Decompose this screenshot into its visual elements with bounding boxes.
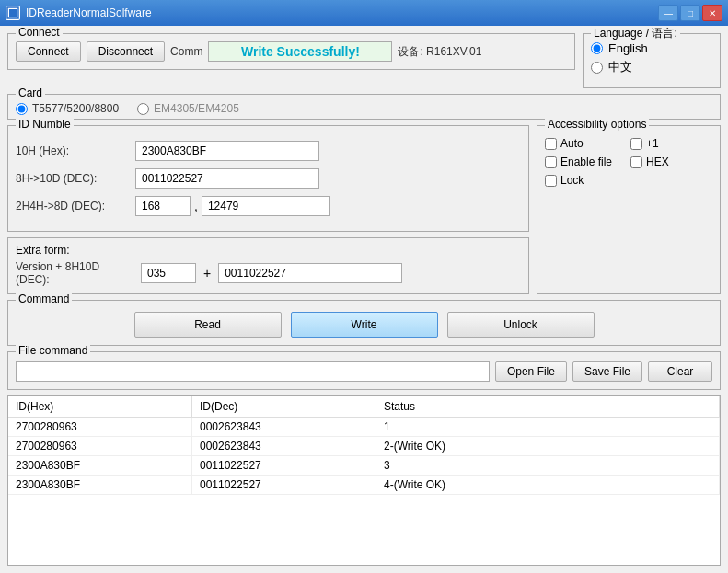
cell-status: 3 bbox=[376, 456, 720, 475]
split-field-row: 2H4H->8D (DEC): , bbox=[16, 196, 521, 216]
table-row: 2700280963 0002623843 2-(Write OK) bbox=[8, 437, 720, 456]
cell-hex: 2300A830BF bbox=[8, 476, 192, 494]
window-title: IDReaderNormalSolfware bbox=[26, 6, 658, 19]
disconnect-button[interactable]: Disconnect bbox=[87, 41, 165, 62]
lock-label: Lock bbox=[560, 174, 584, 187]
auto-item: Auto bbox=[545, 137, 627, 150]
device-label: 设备: R161XV.01 bbox=[398, 44, 481, 60]
comm-label: Comm bbox=[170, 45, 202, 58]
header-status: Status bbox=[376, 396, 720, 417]
command-label: Command bbox=[16, 292, 72, 305]
plus1-item: +1 bbox=[630, 137, 712, 150]
plus1-label: +1 bbox=[646, 137, 659, 150]
file-command-label: File command bbox=[16, 344, 90, 357]
file-path-input[interactable] bbox=[16, 361, 490, 382]
command-row: Read Write Unlock bbox=[16, 308, 712, 338]
enable-file-item: Enable file bbox=[545, 155, 627, 168]
header-hex: ID(Hex) bbox=[8, 396, 192, 417]
write-button[interactable]: Write bbox=[291, 312, 438, 338]
clear-button[interactable]: Clear bbox=[648, 361, 712, 382]
card-t5577-label: T5577/5200/8800 bbox=[32, 102, 119, 115]
app-icon bbox=[6, 6, 20, 20]
svg-rect-1 bbox=[9, 9, 17, 17]
split-label: 2H4H->8D (DEC): bbox=[16, 200, 135, 212]
card-em4305-radio[interactable] bbox=[137, 103, 149, 115]
chinese-radio[interactable] bbox=[591, 62, 603, 74]
auto-checkbox[interactable] bbox=[545, 138, 557, 150]
cell-dec: 0002623843 bbox=[192, 437, 376, 455]
connect-row: Connect Disconnect Comm Write Successful… bbox=[16, 38, 567, 62]
extra-value-input[interactable] bbox=[218, 263, 402, 283]
hex-field-row: 10H (Hex): bbox=[16, 141, 521, 161]
data-table: ID(Hex) ID(Dec) Status 2700280963 000262… bbox=[7, 395, 721, 566]
lock-checkbox[interactable] bbox=[545, 175, 557, 187]
comma-separator: , bbox=[194, 199, 198, 213]
minimize-button[interactable]: — bbox=[658, 5, 678, 21]
cell-hex: 2700280963 bbox=[8, 437, 192, 455]
title-bar: IDReaderNormalSolfware — □ ✕ bbox=[0, 0, 728, 26]
card-group-label: Card bbox=[16, 86, 45, 99]
split-input1[interactable] bbox=[135, 196, 191, 216]
english-label: English bbox=[608, 41, 648, 55]
left-sections: ID Numble 10H (Hex): 8H->10D (DEC): 2H4H… bbox=[7, 125, 529, 294]
read-button[interactable]: Read bbox=[134, 312, 282, 338]
save-file-button[interactable]: Save File bbox=[572, 361, 642, 382]
card-group: Card T5577/5200/8800 EM4305/EM4205 bbox=[7, 94, 721, 120]
file-command-row: Open File Save File Clear bbox=[16, 358, 712, 382]
cell-dec: 0011022527 bbox=[192, 476, 376, 494]
chinese-label: 中文 bbox=[608, 59, 632, 75]
card-row: T5577/5200/8800 EM4305/EM4205 bbox=[16, 98, 712, 115]
plus-sign: + bbox=[203, 266, 211, 281]
comm-value: Write Successfully! bbox=[208, 41, 392, 62]
close-button[interactable]: ✕ bbox=[702, 5, 722, 21]
connect-button[interactable]: Connect bbox=[16, 41, 81, 62]
hex-checkbox[interactable] bbox=[630, 156, 642, 168]
version-input[interactable] bbox=[141, 263, 196, 283]
dec-input[interactable] bbox=[135, 168, 319, 189]
table-row: 2300A830BF 0011022527 4-(Write OK) bbox=[8, 476, 720, 495]
version-label: Version + 8H10D (DEC): bbox=[16, 260, 135, 286]
chinese-radio-row: 中文 bbox=[591, 59, 712, 75]
cell-dec: 0011022527 bbox=[192, 456, 376, 475]
extra-form-label: Extra form: bbox=[16, 244, 521, 257]
header-dec: ID(Dec) bbox=[192, 396, 376, 417]
hex-label: HEX bbox=[646, 155, 669, 168]
cell-status: 2-(Write OK) bbox=[376, 437, 720, 455]
cell-status: 4-(Write OK) bbox=[376, 476, 720, 494]
acc-grid: Auto +1 Enable file HEX Lock bbox=[545, 137, 712, 187]
id-numble-label: ID Numble bbox=[16, 118, 74, 131]
hex-label: 10H (Hex): bbox=[16, 144, 135, 157]
connect-group: Connect Connect Disconnect Comm Write Su… bbox=[7, 33, 575, 70]
dec-label: 8H->10D (DEC): bbox=[16, 172, 135, 185]
connect-group-label: Connect bbox=[16, 26, 63, 39]
window-controls: — □ ✕ bbox=[658, 5, 722, 21]
hex-input[interactable] bbox=[135, 141, 319, 161]
card-option1-row: T5577/5200/8800 bbox=[16, 102, 119, 115]
language-group: Language / 语言: English 中文 bbox=[583, 33, 721, 88]
sections-row: ID Numble 10H (Hex): 8H->10D (DEC): 2H4H… bbox=[7, 125, 721, 294]
cell-dec: 0002623843 bbox=[192, 418, 376, 436]
table-row: 2700280963 0002623843 1 bbox=[8, 418, 720, 437]
table-row: 2300A830BF 0011022527 3 bbox=[8, 456, 720, 476]
extra-row: Version + 8H10D (DEC): + bbox=[16, 260, 521, 286]
english-radio[interactable] bbox=[591, 42, 603, 54]
hex-item: HEX bbox=[630, 155, 712, 168]
split-input2[interactable] bbox=[202, 196, 330, 216]
enable-file-label: Enable file bbox=[560, 155, 612, 168]
command-group: Command Read Write Unlock bbox=[7, 300, 721, 346]
unlock-button[interactable]: Unlock bbox=[447, 312, 595, 338]
lock-item: Lock bbox=[545, 174, 627, 187]
cell-status: 1 bbox=[376, 418, 720, 436]
card-t5577-radio[interactable] bbox=[16, 103, 28, 115]
table-body: 2700280963 0002623843 1 2700280963 00026… bbox=[8, 418, 720, 495]
open-file-button[interactable]: Open File bbox=[495, 361, 567, 382]
card-em4305-label: EM4305/EM4205 bbox=[154, 102, 239, 115]
auto-label: Auto bbox=[560, 137, 584, 150]
table-header: ID(Hex) ID(Dec) Status bbox=[8, 396, 720, 418]
file-command-group: File command Open File Save File Clear bbox=[7, 351, 721, 390]
language-group-label: Language / 语言: bbox=[591, 26, 680, 41]
enable-file-checkbox[interactable] bbox=[545, 156, 557, 168]
card-option2-row: EM4305/EM4205 bbox=[137, 102, 239, 115]
maximize-button[interactable]: □ bbox=[680, 5, 700, 21]
plus1-checkbox[interactable] bbox=[630, 138, 642, 150]
